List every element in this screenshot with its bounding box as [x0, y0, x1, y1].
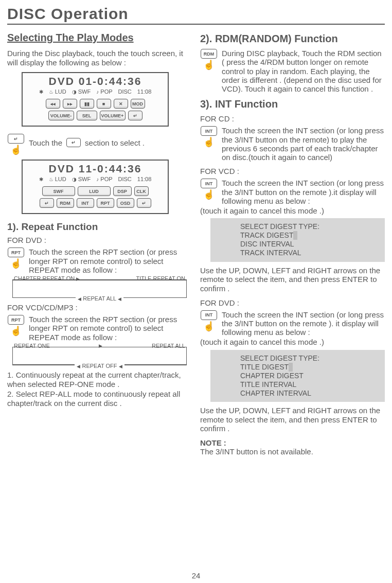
digest1-b: DISC INTERVAL — [240, 240, 380, 249]
flow1-b: TITLE REPEAT ON — [136, 275, 185, 281]
rpt-mini-icon: RPT — [8, 248, 24, 257]
return-button-2b[interactable]: ↵ — [137, 198, 151, 208]
mod-button[interactable]: MOD — [131, 99, 145, 109]
rpt-vcd-para: Touch the screen the RPT section (or pre… — [29, 315, 192, 342]
digest-box-1: SELECT DIGEST TYPE: TRACK DIGEST DISC IN… — [210, 218, 385, 261]
cancel-note-2: (touch it again to cancel this mode .) — [200, 338, 385, 346]
rpt-mini-icon-2: RPT — [8, 315, 24, 325]
note-heading: NOTE : — [200, 438, 385, 447]
hand-icon: ☝ — [10, 326, 22, 335]
touch-text-b: section to select . — [85, 138, 145, 147]
for-vcd-label: FOR VCD/CD/MP3 : — [7, 303, 192, 312]
rdm-para: During DISC playback, Touch the RDM sect… — [222, 49, 385, 93]
int-mini-icon: INT — [201, 126, 217, 136]
volume-down-button[interactable]: VOLUME- — [48, 111, 74, 120]
screen2-swf: SWF — [78, 176, 91, 182]
volume-up-button[interactable]: VOLUME+ — [100, 111, 126, 120]
mute-button[interactable]: ✕ — [114, 99, 128, 109]
screen1-status: ✱ ♨ LUD ◑ SWF ♪ POP DISC 11:08 — [23, 89, 168, 95]
flow2-a: REPEAT ONE — [14, 343, 50, 349]
swf-icon: ◑ — [72, 89, 77, 95]
rpt-button[interactable]: RPT — [97, 198, 114, 208]
for-vcd-label-r: FOR VCD : — [200, 167, 385, 175]
screen2-lud: LUD — [55, 176, 66, 182]
hand-icon: ☝ — [203, 190, 215, 199]
int-heading: 3). INT Function — [200, 98, 385, 110]
screen1-title: DVD 01-0:44:36 — [23, 75, 168, 87]
screen-1: DVD 01-0:44:36 ✱ ♨ LUD ◑ SWF ♪ POP DISC … — [22, 72, 169, 127]
selecting-heading: Selecting The Play Modes — [7, 32, 192, 44]
repeat-heading: 1). Repeat Function — [7, 221, 192, 233]
rdm-heading: 2). RDM(RANDOM) Function — [200, 33, 385, 45]
flow1-c: REPEAT ALL — [83, 295, 116, 302]
pop-icon: ♪ — [96, 176, 99, 182]
return-button[interactable]: ↵ — [128, 111, 142, 120]
swf-button[interactable]: SWF — [42, 186, 75, 196]
osd-button[interactable]: OSD — [117, 198, 134, 208]
for-dvd-label: FOR DVD : — [7, 236, 192, 244]
digest-box-2: SELECT DIGEST TYPE: TITLE DIGEST CHAPTER… — [210, 350, 385, 402]
int-dvd-para: Touch the screen the INT section (or lon… — [222, 310, 385, 337]
screen2-time: 11:08 — [137, 176, 152, 182]
screen1-pop: POP — [100, 89, 112, 95]
sel-button[interactable]: SEL — [77, 111, 97, 120]
for-cd-label: FOR CD : — [200, 114, 385, 123]
lud-icon: ♨ — [49, 176, 54, 182]
swf-icon: ◑ — [72, 176, 77, 182]
digest1-c: TRACK INTERVAL — [240, 249, 380, 257]
next-button[interactable]: ▸▸ — [63, 99, 77, 109]
int-vcd-para: Touch the screen the INT section (or lon… — [222, 179, 385, 205]
int-button[interactable]: INT — [77, 198, 94, 208]
pop-icon: ♪ — [96, 89, 99, 95]
page-title: DISC Operation — [7, 5, 385, 25]
cancel-note-1: (touch it again to cancel this mode .) — [200, 206, 385, 215]
screen1-swf: SWF — [78, 89, 91, 95]
prev-button[interactable]: ◂◂ — [46, 99, 60, 109]
repeat-flow-dvd: CHAPTER REPEAT ON ▶ TITLE REPEAT ON ◀ RE… — [12, 279, 187, 298]
flow2-b: REPEAT ALL — [152, 343, 185, 349]
return-button-2a[interactable]: ↵ — [40, 198, 54, 208]
digest1-h: SELECT DIGEST TYPE: — [240, 222, 380, 231]
screen1-time: 11:08 — [137, 89, 152, 95]
touch-text-a: Touch the — [29, 138, 62, 147]
touch-instruction-row: ↵ ☝ Touch the ↵ section to select . — [7, 134, 192, 154]
flow1-a: CHAPTER REPEAT ON ▶ — [14, 275, 80, 281]
use-arrows-2: Use the UP, DOWN, LEFT and RIGHT arrows … — [200, 406, 385, 433]
list-item-2: 2. Select REP-ALL mode to continuously r… — [7, 390, 192, 408]
lud-icon: ♨ — [49, 89, 54, 95]
use-arrows-1: Use the UP, DOWN, LEFT and RIGHT arrows … — [200, 266, 385, 293]
digest2-a: TITLE DIGEST — [240, 363, 289, 371]
screen2-status: ✱ ♨ LUD ◑ SWF ♪ POP DISC 11:08 — [23, 176, 168, 182]
list-item-1: 1. Continuously repeat at the current ch… — [7, 370, 192, 388]
screen2-title: DVD 11-0:44:36 — [23, 163, 168, 175]
for-dvd-label-r: FOR DVD : — [200, 298, 385, 307]
digest2-h: SELECT DIGEST TYPE: — [240, 354, 380, 363]
clk-button[interactable]: CLK — [134, 186, 149, 196]
screen-2: DVD 11-0:44:36 ✱ ♨ LUD ◑ SWF ♪ POP DISC … — [22, 160, 169, 214]
digest2-c: TITLE INTERVAL — [240, 380, 380, 389]
hand-icon: ☝ — [203, 60, 215, 69]
return-inline-icon: ↵ — [66, 138, 81, 147]
digest2-d: CHAPTER INTERVAL — [240, 389, 380, 398]
page-number: 24 — [0, 571, 392, 580]
note-para: The 3/INT button is not available. — [200, 447, 385, 456]
hand-icon: ☝ — [203, 322, 215, 331]
bluetooth-icon: ✱ — [39, 89, 43, 95]
bluetooth-icon: ✱ — [39, 176, 43, 182]
hand-icon: ☝ — [203, 137, 215, 147]
digest1-a: TRACK DIGEST — [240, 231, 293, 239]
dsp-button[interactable]: DSP — [113, 186, 132, 196]
screen2-disc: DISC — [118, 176, 132, 182]
stop-button[interactable]: ■ — [97, 99, 111, 109]
selecting-para: During the Disc playback, touch the touc… — [7, 49, 192, 67]
rpt-dvd-para: Touch the screen the RPT section (or pre… — [29, 248, 192, 274]
lud-button[interactable]: LUD — [78, 186, 111, 196]
int-mini-icon-2: INT — [201, 179, 217, 188]
return-mini-icon: ↵ — [8, 134, 24, 144]
repeat-flow-vcd: REPEAT ONE ▶ REPEAT ALL ◀ REPEAT OFF ◀ — [12, 347, 187, 365]
rdm-button[interactable]: RDM — [57, 198, 74, 208]
int-cd-para: Touch the screen the INT section (or lon… — [222, 126, 385, 162]
screen1-disc: DISC — [118, 89, 132, 95]
screen1-lud: LUD — [55, 89, 66, 95]
pause-button[interactable]: ▮▮ — [80, 99, 94, 109]
